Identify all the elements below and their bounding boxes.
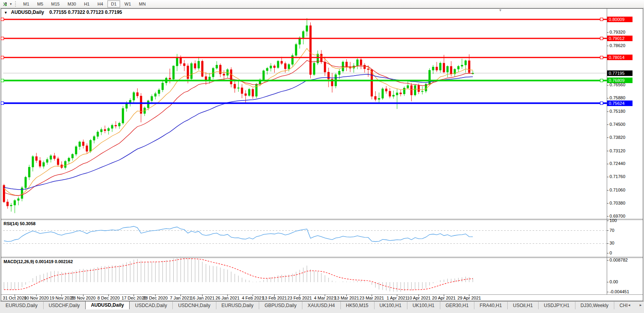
symbol-tabbar: EURUSD,DailyUSDCHF,DailyAUDUSD,DailyUSDC… <box>0 301 644 313</box>
tab-usdchf-daily[interactable]: USDCHF,Daily <box>43 302 86 309</box>
tab-dj30-weekly[interactable]: DJ30,Weekly <box>575 302 614 309</box>
chart-title-caret-icon[interactable]: ▼ <box>4 11 8 15</box>
tab-usdcnh-daily[interactable]: USDCNH,Daily <box>172 302 216 309</box>
toolbar-grip[interactable] <box>15 1 18 7</box>
tab-china300-h1[interactable]: CHINA300,H1 <box>614 302 627 309</box>
tf-button-m5[interactable]: M5 <box>34 0 47 8</box>
tf-button-h1[interactable]: H1 <box>80 0 93 8</box>
y-tick-label: 0.78620 <box>610 43 625 48</box>
y-tick-label: 0.71060 <box>610 188 625 192</box>
tab-uk100-h1[interactable]: UK100,H1 <box>374 302 407 309</box>
tf-button-m15[interactable]: M15 <box>48 0 63 8</box>
tf-button-w1[interactable]: W1 <box>121 0 135 8</box>
tf-button-m30[interactable]: M30 <box>64 0 80 8</box>
rsi-level-label: 0 <box>610 250 612 255</box>
price-badge-0-79012: 0.79012 <box>607 36 633 41</box>
tf-button-m1[interactable]: M1 <box>20 0 33 8</box>
y-tick-label: 0.73820 <box>610 135 625 140</box>
price-badge-0-78014: 0.78014 <box>607 55 633 60</box>
price-badge-0-75624: 0.75624 <box>607 101 633 106</box>
tab-ger30-h1[interactable]: GER30,H1 <box>440 302 474 309</box>
price-badge-0-80009: 0.80009 <box>607 17 633 22</box>
price-badge-0-76809: 0.76809 <box>607 78 633 83</box>
rsi-level-label: 100 <box>610 218 617 223</box>
y-tick-label: 0.75880 <box>610 95 625 100</box>
rsi-indicator-label: RSI(14) 50.3058 <box>4 221 36 226</box>
tab-hk50-m15[interactable]: HK50,M15 <box>340 302 374 309</box>
chevron-down-icon[interactable]: ▾ <box>8 2 13 6</box>
tf-button-d1[interactable]: D1 <box>107 0 120 8</box>
tab-usdcad-daily[interactable]: USDCAD,Daily <box>130 302 173 309</box>
macd-axis-label: 0.00 <box>610 279 618 284</box>
chart-ohlc-values: 0.77155 0.77322 0.77123 0.77195 <box>50 9 122 15</box>
x-tick-label: 29 Apr 2021 <box>453 296 486 300</box>
chart-symbol-label: AUDUSD,Daily <box>11 9 44 15</box>
tab-usdjpy-h1[interactable]: USDJPY,H1 <box>538 302 575 309</box>
tab-scroll-right-icon[interactable]: ▸ <box>640 303 642 307</box>
tab-audusd-daily[interactable]: AUDUSD,Daily <box>85 302 129 309</box>
tab-eurusd-daily[interactable]: EURUSD,Daily <box>216 302 259 309</box>
chart-title: ▼ AUDUSD,Daily 0.77155 0.77322 0.77123 0… <box>4 9 122 15</box>
tab-xauusd-h4[interactable]: XAUUSD,H4 <box>302 302 340 309</box>
y-tick-label: 0.70380 <box>610 201 625 205</box>
macd-indicator-label: MACD(12,26,9) 0.001419 0.002162 <box>4 259 73 264</box>
y-tick-label: 0.72440 <box>610 161 625 166</box>
tab-gbpusd-daily[interactable]: GBPUSD,Daily <box>259 302 302 309</box>
chart-cursor-icon[interactable] <box>1 1 8 7</box>
tab-eurusd-daily[interactable]: EURUSD,Daily <box>0 302 43 309</box>
tab-fra40-h1[interactable]: FRA40,H1 <box>474 302 507 309</box>
tab-scroll-controls: ◂ ▸ <box>627 302 644 307</box>
rsi-level-label: 30 <box>610 241 614 245</box>
tab-usoil-h1[interactable]: USOil,H1 <box>507 302 538 309</box>
tf-button-h4[interactable]: H4 <box>94 0 107 8</box>
tab-scroll-left-icon[interactable]: ◂ <box>628 303 630 307</box>
macd-axis-label: 0.008782 <box>610 258 628 262</box>
y-tick-label: 0.75180 <box>610 109 625 114</box>
macd-axis-label: -0.004451 <box>610 289 629 294</box>
y-tick-label: 0.74500 <box>610 122 625 127</box>
chart-shift-marker-icon[interactable]: ▼ <box>499 8 502 12</box>
price-badge-0-77195: 0.77195 <box>607 70 633 76</box>
y-tick-label: 0.73120 <box>610 148 625 153</box>
y-tick-label: 0.71760 <box>610 174 625 179</box>
y-tick-label: 0.79320 <box>610 30 625 34</box>
rsi-level-label: 70 <box>610 228 614 233</box>
timeframe-toolbar: ▾ M1M5M15M30H1H4D1W1MN <box>0 0 644 8</box>
tab-uk100-h1[interactable]: UK100,H1 <box>407 302 440 309</box>
tf-button-mn[interactable]: MN <box>136 0 149 8</box>
chart-canvas[interactable] <box>0 0 644 313</box>
